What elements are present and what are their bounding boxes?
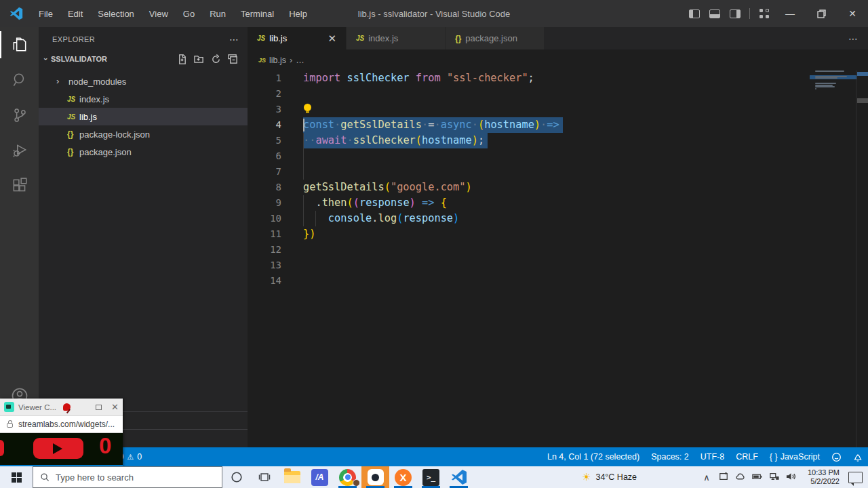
tab-lib.js[interactable]: JSlib.js✕ (248, 27, 347, 49)
toggle-panel-icon[interactable] (709, 9, 720, 18)
code-area[interactable]: 1import sslChecker from "ssl-checker";2​… (248, 70, 856, 447)
action-center-icon[interactable] (848, 472, 863, 483)
streamlabs-favicon (4, 402, 14, 412)
popup-maximize-icon[interactable] (96, 405, 102, 410)
refresh-icon[interactable] (211, 54, 221, 64)
activity-explorer-icon[interactable] (0, 27, 39, 62)
taskbar-file-explorer-icon[interactable] (278, 466, 306, 488)
minimap[interactable] (814, 70, 853, 125)
cursor-position[interactable]: Ln 4, Col 1 (72 selected) (547, 452, 639, 462)
tray-battery-icon[interactable] (751, 472, 764, 482)
file-tree-item-package.json[interactable]: {}package.json (39, 143, 248, 161)
encoding[interactable]: UTF-8 (701, 452, 724, 462)
show-hidden-icons-chevron[interactable]: ∧ (701, 472, 713, 483)
collapse-all-icon[interactable] (228, 54, 238, 64)
start-button[interactable] (0, 466, 33, 488)
code-line-12[interactable]: 12​ (248, 242, 856, 258)
eol-sequence[interactable]: CRLF (736, 452, 758, 462)
editor-scrollbar[interactable] (857, 98, 868, 103)
editor-more-actions-icon[interactable]: ⋯ (848, 33, 859, 44)
tab-index.js[interactable]: JSindex.js (347, 27, 446, 49)
code-line-5[interactable]: 5··await·sslChecker(hostname); (248, 133, 856, 148)
code-line-11[interactable]: 11}) (248, 226, 856, 242)
taskbar-chrome-icon[interactable] (334, 466, 361, 488)
menu-help[interactable]: Help (281, 9, 315, 19)
taskbar-xampp-icon[interactable]: X (389, 466, 417, 488)
code-line-3[interactable]: 3​ (248, 102, 856, 117)
taskbar-slash-a-app-icon[interactable]: /A (306, 466, 334, 488)
menu-terminal[interactable]: Terminal (233, 9, 281, 19)
explorer-more-actions-icon[interactable]: ⋯ (229, 34, 239, 45)
menu-run[interactable]: Run (202, 9, 233, 19)
tab-package.json[interactable]: {}package.json (446, 27, 545, 49)
code-line-13[interactable]: 13​ (248, 258, 856, 273)
lightbulb-icon[interactable] (303, 104, 312, 114)
viewer-count-popup-window[interactable]: Viewer C... ✕ streamlabs.com/widgets/...… (0, 399, 123, 466)
popup-close-icon[interactable]: ✕ (111, 402, 119, 412)
split-editor-icon[interactable] (828, 33, 839, 44)
feedback-icon[interactable] (831, 452, 842, 462)
indentation[interactable]: Spaces: 2 (651, 452, 689, 462)
token: sslChecker (347, 72, 409, 84)
code-line-1[interactable]: 1import sslChecker from "ssl-checker"; (248, 70, 856, 86)
menu-file[interactable]: File (31, 9, 60, 19)
taskbar-clock[interactable]: 10:33 PM 5/2/2022 (808, 468, 840, 486)
chevron-right-icon: › (56, 76, 67, 86)
line-number: 1 (248, 70, 281, 86)
breadcrumb-more[interactable]: … (296, 56, 304, 65)
file-tree-item-node_modules[interactable]: ›node_modules (39, 73, 248, 90)
date: 5/2/2022 (810, 477, 840, 485)
token: await (315, 134, 347, 146)
new-folder-icon[interactable] (194, 54, 204, 64)
activity-run-debug-icon[interactable] (0, 133, 39, 168)
menu-view[interactable]: View (142, 9, 176, 19)
toggle-secondary-sidebar-icon[interactable] (730, 9, 741, 18)
close-tab-icon[interactable]: ✕ (325, 33, 339, 45)
popup-title-bar[interactable]: Viewer C... ✕ (0, 399, 123, 415)
breadcrumb[interactable]: JS lib.js › … (248, 49, 868, 70)
task-view-button[interactable] (250, 466, 278, 488)
code-line-14[interactable]: 14​ (248, 273, 856, 289)
code-line-10[interactable]: 10 console.log(response) (248, 211, 856, 226)
customize-layout-icon[interactable] (760, 9, 769, 18)
taskbar-streamlabs-icon[interactable] (361, 466, 389, 488)
breadcrumb-file[interactable]: lib.js (269, 56, 286, 65)
code-line-7[interactable]: 7​ (248, 164, 856, 180)
code-line-2[interactable]: 2​ (248, 86, 856, 102)
tray-app-window-icon[interactable] (717, 472, 730, 483)
file-tree-item-package-lock.json[interactable]: {}package-lock.json (39, 125, 248, 143)
line-number: 12 (248, 242, 281, 258)
tray-network-icon[interactable] (768, 472, 781, 483)
notifications-bell-icon[interactable] (853, 452, 863, 462)
minimap-line (815, 83, 836, 84)
code-line-9[interactable]: 9 .then((response) => { (248, 195, 856, 211)
close-button[interactable]: ✕ (837, 0, 868, 27)
activity-extensions-icon[interactable] (0, 168, 39, 203)
cortana-button[interactable] (222, 466, 250, 488)
minimize-button[interactable]: — (774, 0, 806, 27)
activity-source-control-icon[interactable] (0, 98, 39, 133)
folder-section-header[interactable]: › SSLVALIDATOR (39, 51, 248, 67)
code-line-4[interactable]: 4const·getSslDetails·=·async·(hostname)·… (248, 117, 856, 133)
token: { (441, 197, 447, 209)
menu-go[interactable]: Go (176, 9, 202, 19)
popup-url[interactable]: streamlabs.com/widgets/... (18, 420, 115, 429)
taskbar-terminal-icon[interactable]: >_ (417, 466, 445, 488)
toggle-sidebar-icon[interactable] (689, 9, 700, 18)
popup-address-bar[interactable]: streamlabs.com/widgets/... (0, 415, 123, 433)
code-line-8[interactable]: 8getSslDetails("google.com") (248, 180, 856, 195)
activity-search-icon[interactable] (0, 62, 39, 98)
file-tree-item-index.js[interactable]: JSindex.js (39, 90, 248, 108)
new-file-icon[interactable] (177, 54, 187, 64)
taskbar-search-box[interactable]: Type here to search (33, 466, 222, 488)
menu-edit[interactable]: Edit (60, 9, 90, 19)
taskbar-vscode-icon[interactable] (445, 466, 473, 488)
restore-button[interactable] (806, 0, 837, 27)
weather-widget[interactable]: ☀ 34°C Haze (582, 471, 637, 483)
menu-selection[interactable]: Selection (90, 9, 141, 19)
file-tree-item-lib.js[interactable]: JSlib.js (39, 108, 248, 125)
code-line-6[interactable]: 6​ (248, 148, 856, 164)
tray-cloud-icon[interactable] (734, 472, 747, 483)
tray-volume-icon[interactable] (785, 472, 797, 483)
language-mode[interactable]: { } JavaScript (770, 452, 820, 462)
